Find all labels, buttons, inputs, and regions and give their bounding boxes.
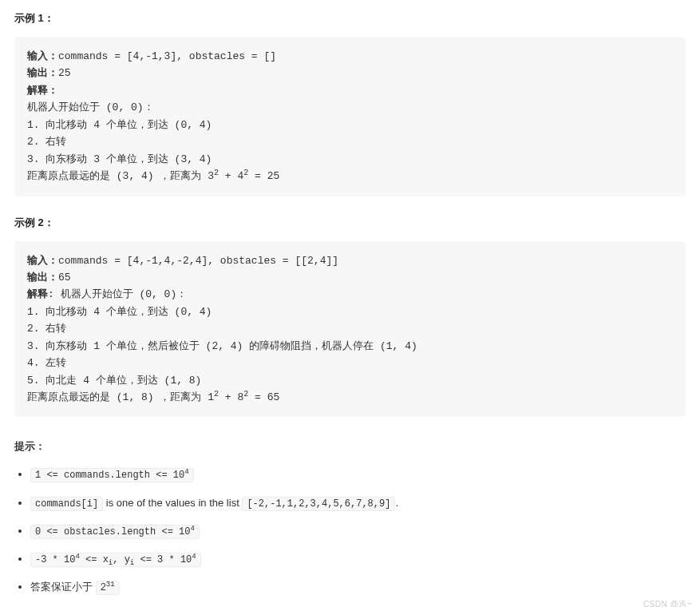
e1-output-label: 输出： xyxy=(27,67,58,79)
e2-line3: 3. 向东移动 1 个单位，然后被位于 (2, 4) 的障碍物阻挡，机器人停在 … xyxy=(27,338,673,355)
e2-output-label: 输出： xyxy=(27,272,58,284)
e2-explain-label: 解释 xyxy=(27,288,48,300)
e2-output-value: 65 xyxy=(58,272,71,284)
example1-title: 示例 1： xyxy=(14,11,686,26)
hints-list: 1 <= commands.length <= 104 commands[i] … xyxy=(14,466,686,596)
e2-line4: 4. 左转 xyxy=(27,355,673,371)
e2-explain-rest: : 机器人开始位于 (0, 0)： xyxy=(48,288,187,300)
hints-title: 提示： xyxy=(14,439,686,454)
hint-5: 答案保证小于 231 xyxy=(30,579,686,596)
e1-explain-label: 解释： xyxy=(27,85,58,97)
e1-output-value: 25 xyxy=(58,67,71,79)
e2-line5: 5. 向北走 4 个单位，到达 (1, 8) xyxy=(27,372,673,389)
e2-input-label: 输入： xyxy=(27,255,58,267)
e1-input-label: 输入： xyxy=(27,50,58,62)
hint-3: 0 <= obstacles.length <= 104 xyxy=(30,523,686,540)
e2-line1: 1. 向北移动 4 个单位，到达 (0, 4) xyxy=(27,304,673,320)
e2-distance: 距离原点最远的是 (1, 8) ，距离为 12 + 82 = 65 xyxy=(27,389,673,406)
example2-block: 输入：commands = [4,-1,4,-2,4], obstacles =… xyxy=(14,241,686,418)
e2-line2: 2. 右转 xyxy=(27,320,673,337)
e1-line1: 1. 向北移动 4 个单位，到达 (0, 4) xyxy=(27,117,673,133)
e1-distance: 距离原点最远的是 (3, 4) ，距离为 32 + 42 = 25 xyxy=(27,168,673,184)
e1-line0: 机器人开始位于 (0, 0)： xyxy=(27,99,673,116)
e1-input-value: commands = [4,-1,3], obstacles = [] xyxy=(58,50,276,62)
hint-4: -3 * 104 <= xi, yi <= 3 * 104 xyxy=(30,551,686,568)
hint-2: commands[i] is one of the values in the … xyxy=(30,495,686,512)
hint-1: 1 <= commands.length <= 104 xyxy=(30,466,686,483)
example2-title: 示例 2： xyxy=(14,216,686,230)
example1-block: 输入：commands = [4,-1,3], obstacles = [] 输… xyxy=(14,37,686,196)
e1-line3: 3. 向东移动 3 个单位，到达 (3, 4) xyxy=(27,151,673,168)
e2-input-value: commands = [4,-1,4,-2,4], obstacles = [[… xyxy=(58,255,338,267)
e1-line2: 2. 右转 xyxy=(27,133,673,150)
watermark: CSDN @迅~ xyxy=(643,599,692,607)
